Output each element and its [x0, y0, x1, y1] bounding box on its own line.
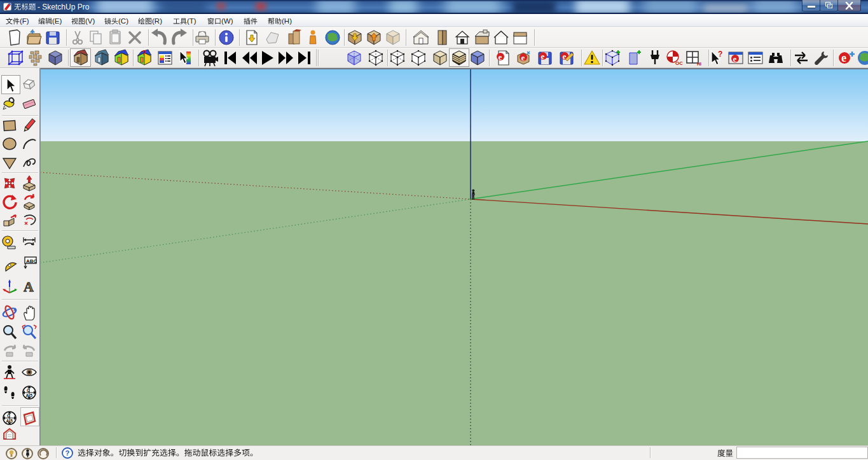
svg-text:e: e	[521, 53, 525, 62]
svg-text:ABC: ABC	[26, 258, 38, 264]
svg-text:?: ?	[718, 50, 722, 59]
svg-text:A-5: A-5	[6, 419, 13, 423]
svg-text:e: e	[499, 52, 502, 62]
svg-text:OC: OC	[675, 60, 682, 66]
svg-text:C: C	[27, 388, 30, 393]
svg-text:C: C	[7, 414, 10, 418]
svg-text:?: ?	[142, 49, 146, 57]
svg-text:e: e	[841, 52, 846, 64]
svg-text:e: e	[541, 52, 545, 61]
svg-text:e: e	[733, 54, 737, 64]
svg-text:?: ?	[65, 449, 70, 457]
svg-text:A: A	[24, 279, 34, 295]
svg-text:A-5: A-5	[26, 393, 33, 398]
svg-text:HI: HI	[697, 62, 701, 66]
